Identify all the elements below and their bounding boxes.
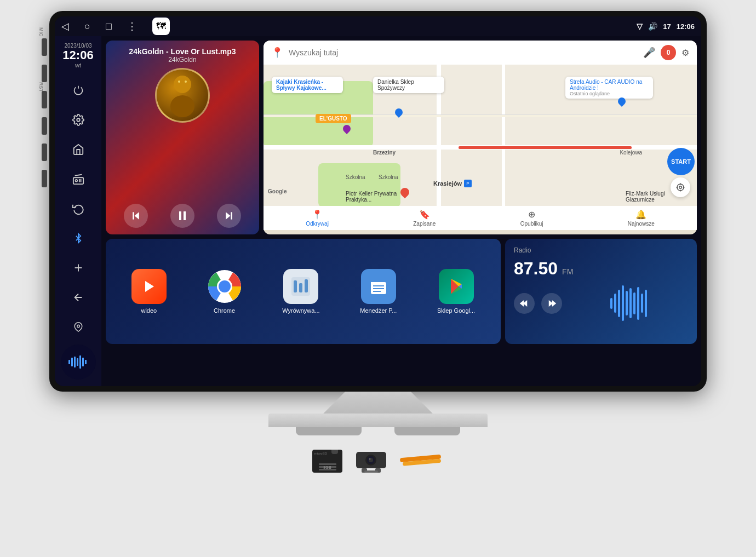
- camera-accessory: [353, 446, 389, 476]
- time-display: 12:06: [62, 49, 93, 62]
- map-discover-btn[interactable]: 📍 Odkrywaj: [306, 209, 329, 227]
- svg-marker-20: [134, 212, 139, 219]
- status-bar-right: ▽ 🔊 17 12:06: [637, 22, 695, 31]
- next-btn[interactable]: [217, 204, 241, 228]
- wave-bar-3: [618, 290, 620, 317]
- hw-btn-6[interactable]: [42, 170, 47, 187]
- map-content: Kajaki Krasieńka - Spływy Kajakowe... Da…: [264, 65, 697, 230]
- settings-icon[interactable]: [66, 108, 90, 132]
- svg-marker-22: [226, 212, 230, 219]
- screen-bezel: MIC RST ◁ ○ □ ⋮: [49, 11, 707, 392]
- add-icon[interactable]: [66, 256, 90, 280]
- pause-btn[interactable]: [170, 204, 194, 228]
- map-settings-icon[interactable]: ⚙: [681, 48, 689, 58]
- main-content: 2023/10/03 12:06 wt: [55, 36, 701, 386]
- svg-point-18: [178, 81, 180, 83]
- svg-rect-40: [373, 288, 384, 289]
- hw-btn-1[interactable]: [42, 38, 47, 56]
- sd-capacity-label: 8GB: [323, 466, 331, 469]
- svg-point-24: [679, 186, 682, 189]
- wave-bar-9: [641, 294, 643, 313]
- hw-btn-5[interactable]: [42, 143, 47, 161]
- volume-icon: 🔊: [648, 22, 657, 31]
- hw-btn-2[interactable]: [42, 65, 47, 82]
- status-time: 12:06: [677, 22, 695, 31]
- svg-rect-10: [71, 358, 73, 366]
- map-user-avatar[interactable]: 0: [661, 45, 676, 60]
- undo-icon[interactable]: [66, 197, 90, 221]
- krasiejow-label: Krasiejów P: [433, 180, 472, 187]
- wideo-app-icon: [131, 269, 167, 304]
- wave-bar-2: [614, 294, 616, 313]
- music-controls: [112, 204, 253, 228]
- home-nav-btn[interactable]: ○: [84, 21, 90, 32]
- hw-btn-4[interactable]: [42, 117, 47, 135]
- app-item-chrome[interactable]: Chrome: [207, 269, 242, 314]
- wave-bar-4: [622, 285, 624, 321]
- map-saved-btn[interactable]: 🔖 Zapisane: [413, 209, 436, 227]
- svg-rect-23: [231, 212, 233, 219]
- app-item-wideo[interactable]: wideo: [131, 269, 167, 314]
- piotr-keller-label: Piotr Keller Prywatna Praktyka...: [346, 191, 406, 203]
- more-nav-btn[interactable]: ⋮: [127, 20, 137, 32]
- svg-rect-35: [294, 280, 297, 292]
- radio-prev-btn[interactable]: [514, 293, 535, 314]
- wave-bar-10: [645, 290, 647, 317]
- radio-waveform: [569, 285, 688, 321]
- playstore-app-label: Sklep Googl...: [437, 307, 475, 314]
- map-label-place3: Strefa Audio - CAR AUDIO na Androidzie !…: [565, 77, 653, 99]
- recent-nav-btn[interactable]: □: [106, 21, 112, 32]
- stand-base-arms: [296, 427, 460, 435]
- artist-name: 24kGoldn: [112, 56, 253, 64]
- radio-widget: Radio 87.50 FM: [505, 239, 697, 344]
- app-item-playstore[interactable]: Sklep Googl...: [437, 269, 475, 314]
- back-nav-btn[interactable]: ◁: [61, 20, 69, 32]
- radio-next-btn[interactable]: [541, 293, 562, 314]
- hardware-buttons-left: [42, 38, 47, 187]
- map-latest-btn[interactable]: 🔔 Najnowsze: [628, 209, 655, 227]
- stand-arm-left: [296, 427, 362, 435]
- svg-rect-21: [133, 212, 134, 219]
- svg-rect-39: [373, 285, 384, 286]
- svg-marker-49: [552, 300, 557, 307]
- wave-bar-7: [633, 292, 635, 314]
- svg-rect-13: [79, 355, 81, 369]
- location-sidebar-icon[interactable]: [66, 315, 90, 339]
- device-shell: MIC RST ◁ ○ □ ⋮: [49, 11, 707, 476]
- road-label-szkolna1: Szkolna: [346, 174, 365, 180]
- microsd-label: microSD: [314, 452, 327, 455]
- prev-btn[interactable]: [124, 204, 148, 228]
- power-icon[interactable]: [66, 78, 90, 102]
- radio-controls-row: [514, 285, 688, 321]
- svg-point-25: [677, 184, 684, 191]
- maps-logo-icon: 📍: [271, 47, 283, 59]
- map-start-btn[interactable]: START: [667, 148, 695, 175]
- app-item-equalizer[interactable]: Wyrównywa...: [282, 269, 319, 314]
- home-icon[interactable]: [66, 137, 90, 162]
- elgusto-label: EL'GUSTO: [316, 114, 351, 123]
- map-publish-btn[interactable]: ⊕ Opublikuj: [520, 209, 543, 227]
- wave-bar-5: [626, 291, 628, 315]
- radio-sidebar-icon[interactable]: [66, 167, 90, 191]
- svg-point-2: [75, 180, 77, 182]
- bluetooth-icon[interactable]: [66, 226, 90, 250]
- equalizer-app-icon: [283, 269, 318, 304]
- accessories-row: 8GB microSD: [49, 446, 707, 476]
- map-mic-icon[interactable]: 🎤: [643, 47, 655, 59]
- map-location-btn[interactable]: [671, 177, 690, 197]
- status-bar-left: ◁ ○ □ ⋮ 🗺: [61, 18, 170, 35]
- status-bar: ◁ ○ □ ⋮ 🗺 ▽ 🔊 17 12:06: [55, 16, 701, 36]
- maps-nav-btn[interactable]: 🗺: [152, 18, 170, 35]
- svg-rect-36: [299, 283, 302, 292]
- wave-bar-8: [637, 287, 639, 320]
- album-art-inner: [157, 70, 208, 121]
- arrow-left-icon[interactable]: [66, 285, 90, 309]
- app-item-files[interactable]: Menedżer P...: [360, 269, 397, 314]
- screen: ◁ ○ □ ⋮ 🗺 ▽ 🔊 17 12:06: [55, 16, 701, 386]
- map-search-input[interactable]: [289, 48, 638, 57]
- hw-btn-3[interactable]: [42, 91, 47, 108]
- road-label-brzeziny: Brzeziny: [373, 150, 396, 156]
- volume-level: 17: [663, 22, 671, 31]
- left-sidebar: 2023/10/03 12:06 wt: [55, 36, 101, 386]
- svg-point-16: [174, 76, 191, 93]
